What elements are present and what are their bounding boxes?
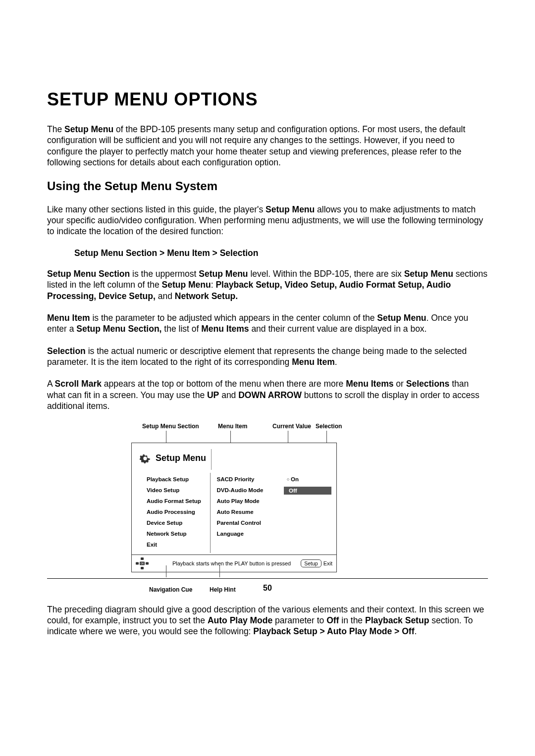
paragraph: The preceding diagram should give a good… <box>47 604 488 637</box>
items-column: SACD Priority DVD-Audio Mode Auto Play M… <box>211 473 278 553</box>
text: is the parameter to be adjusted which ap… <box>90 313 377 323</box>
exit-label: Exit <box>323 560 332 566</box>
text: Like many other sections listed in this … <box>47 204 266 214</box>
text-bold: Scroll Mark <box>55 379 102 389</box>
diagram-top-labels: Setup Menu Section Menu Item Current Val… <box>131 423 337 431</box>
text-bold: DOWN ARROW <box>238 390 302 400</box>
label-selection: Selection <box>316 423 342 430</box>
label-item: Menu Item <box>218 423 247 430</box>
value-off-selected: Off <box>284 487 331 495</box>
text: appears at the top or bottom of the menu… <box>102 379 346 389</box>
text: A <box>47 379 55 389</box>
divider-line <box>211 449 212 470</box>
text: and <box>219 390 238 400</box>
text-bold: Auto Play Mode <box>208 615 272 625</box>
svg-rect-1 <box>141 567 144 569</box>
label-section: Setup Menu Section <box>142 423 199 430</box>
text-bold: Selections <box>406 379 450 389</box>
text-bold: Menu Item <box>292 357 335 367</box>
text: The <box>47 124 64 134</box>
section-item: Audio Processing <box>147 508 210 515</box>
text: the list of <box>161 324 201 334</box>
exit-group: Setup Exit <box>301 559 332 567</box>
paragraph: A Scroll Mark appears at the top or bott… <box>47 378 488 411</box>
text-bold: Playback Setup > Auto Play Mode > Off <box>253 626 414 636</box>
menu-item: DVD-Audio Mode <box>216 487 278 494</box>
page-footer: 50 <box>47 575 488 593</box>
text-bold: Selection <box>47 346 86 356</box>
text-bold: Menu Item <box>47 313 90 323</box>
text-bold: Playback Setup <box>365 615 429 625</box>
panel-title: Setup Menu <box>156 453 206 463</box>
text-bold: UP <box>207 390 219 400</box>
setup-menu-diagram: Setup Menu Section Menu Item Current Val… <box>131 423 337 592</box>
paragraph: Like many other sections listed in this … <box>47 204 488 237</box>
text-bold: Network Setup. <box>175 291 238 301</box>
text: and <box>156 291 175 301</box>
menu-item: SACD Priority <box>216 476 278 483</box>
intro-paragraph: The Setup Menu of the BPD-105 presents m… <box>47 124 488 168</box>
menu-item: Auto Resume <box>216 508 278 515</box>
section-heading: Using the Setup Menu System <box>47 179 488 193</box>
text: is the uppermost <box>130 269 199 279</box>
svg-rect-0 <box>141 557 144 560</box>
label-value: Current Value <box>272 423 311 430</box>
sections-column: Playback Setup Video Setup Audio Format … <box>147 473 211 553</box>
page-number: 50 <box>47 584 488 593</box>
text: . <box>414 626 417 636</box>
menu-item: Auto Play Mode <box>216 498 278 504</box>
page-title: SETUP MENU OPTIONS <box>47 89 488 110</box>
paragraph: Setup Menu Section is the uppermost Setu… <box>47 268 488 302</box>
values-column: On Off <box>278 473 331 553</box>
setup-button-label: Setup <box>301 559 321 567</box>
page: SETUP MENU OPTIONS The Setup Menu of the… <box>0 0 535 756</box>
text-bold: Setup Menu <box>64 124 113 134</box>
section-item: Network Setup <box>147 530 210 537</box>
text: or <box>393 379 406 389</box>
text-bold: Setup Menu <box>162 280 211 290</box>
footer-rule <box>47 578 488 579</box>
text-bold: Menu Items <box>201 324 249 334</box>
gear-icon <box>140 453 151 464</box>
section-item: Video Setup <box>147 487 210 494</box>
paragraph: Selection is the actual numeric or descr… <box>47 346 488 368</box>
help-hint-text: Playback starts when the PLAY button is … <box>153 560 301 566</box>
text: and their current value are displayed in… <box>249 324 427 334</box>
text: parameter to <box>272 615 326 625</box>
text-bold: Setup Menu <box>266 204 315 214</box>
svg-rect-3 <box>146 562 149 564</box>
section-item: Device Setup <box>147 519 210 526</box>
svg-rect-2 <box>136 562 139 564</box>
text: in the <box>339 615 365 625</box>
menu-columns: Playback Setup Video Setup Audio Format … <box>147 473 331 553</box>
text-bold: Setup Menu <box>404 269 453 279</box>
panel-title-row: Setup Menu <box>140 453 206 464</box>
text-bold: Setup Menu <box>199 269 248 279</box>
nav-cue-icon: OK <box>132 557 153 569</box>
panel-footer: OK Playback starts when the PLAY button … <box>132 554 336 572</box>
menu-panel: Setup Menu Playback Setup Video Setup Au… <box>131 443 337 572</box>
value-on: On <box>287 476 331 483</box>
text: level. Within the BDP-105, there are six <box>248 269 404 279</box>
text: . <box>335 357 337 367</box>
section-item: Exit <box>147 541 210 548</box>
text-bold: Setup Menu <box>377 313 426 323</box>
section-item: Audio Format Setup <box>147 498 210 504</box>
menu-item: Parental Control <box>216 519 278 526</box>
menu-item: Language <box>216 530 278 537</box>
section-item: Playback Setup <box>147 476 210 483</box>
text-bold: Setup Menu Section <box>47 269 130 279</box>
breadcrumb-example: Setup Menu Section > Menu Item > Selecti… <box>74 248 488 258</box>
text: is the actual numeric or descriptive ele… <box>47 346 467 367</box>
text: : <box>211 280 216 290</box>
text-bold: Off <box>326 615 339 625</box>
text-bold: Menu Items <box>346 379 393 389</box>
text-bold: Setup Menu Section, <box>76 324 161 334</box>
svg-text:OK: OK <box>140 561 144 564</box>
paragraph: Menu Item is the parameter to be adjuste… <box>47 312 488 335</box>
